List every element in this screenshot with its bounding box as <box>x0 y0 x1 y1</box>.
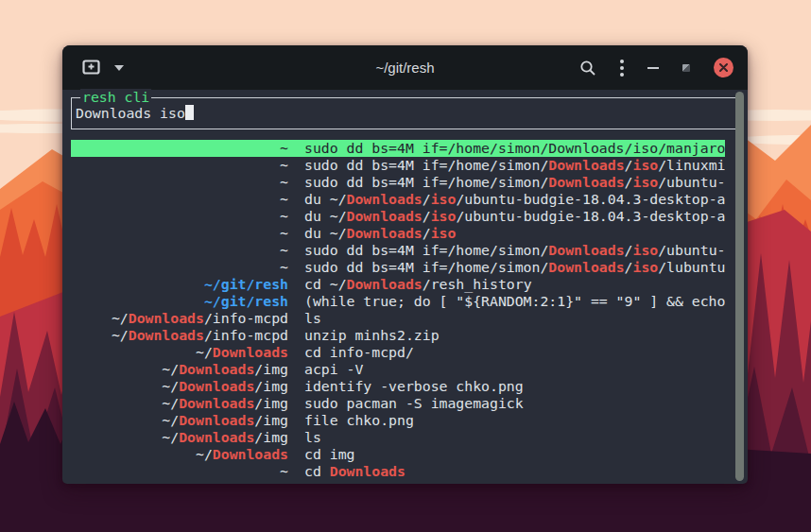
text-segment: unzip minhs2.zip <box>304 327 440 343</box>
text-segment: Downloads <box>347 191 423 207</box>
tab-dropdown-button[interactable] <box>114 65 124 71</box>
history-row[interactable]: ~sudo dd bs=4M if=/home/simon/Downloads/… <box>71 259 725 276</box>
history-row[interactable]: ~/Downloads/imgls <box>71 429 725 446</box>
search-button[interactable] <box>579 60 596 77</box>
history-command: acpi -V <box>304 361 725 378</box>
history-path: ~ <box>71 242 288 259</box>
text-segment: iso <box>632 242 658 258</box>
kebab-menu-icon <box>620 60 624 77</box>
text-segment: / <box>423 208 431 224</box>
history-row[interactable]: ~/Downloadscd info-mcpd/ <box>71 344 725 361</box>
text-segment: /ubuntu- <box>658 242 725 258</box>
text-segment: ~/git/resh <box>204 276 288 292</box>
history-row[interactable]: ~/Downloads/imgfile chko.png <box>71 412 725 429</box>
text-segment: Downloads <box>179 361 254 377</box>
history-command: sudo dd bs=4M if=/home/simon/Downloads/i… <box>304 242 725 259</box>
text-segment: (while true; do [ "${RANDOM:2:1}" == "9"… <box>304 293 725 309</box>
history-row[interactable]: ~/git/resh(while true; do [ "${RANDOM:2:… <box>71 293 725 310</box>
text-segment: Downloads <box>179 412 254 428</box>
new-tab-button[interactable] <box>82 60 100 76</box>
history-command: file chko.png <box>304 412 725 429</box>
text-segment: ~ <box>280 208 288 224</box>
history-row[interactable]: ~/Downloads/imgacpi -V <box>71 361 725 378</box>
text-segment: ~/ <box>112 310 129 326</box>
text-segment: /resh_history <box>423 276 532 292</box>
history-path: ~/Downloads/info-mcpd <box>71 310 288 327</box>
history-command: sudo dd bs=4M if=/home/simon/Downloads/i… <box>304 174 725 191</box>
history-row[interactable]: ~/Downloads/imgidentify -verbose chko.pn… <box>71 378 725 395</box>
text-segment: / <box>423 225 431 241</box>
text-segment: Downloads <box>347 208 423 224</box>
text-segment: / <box>423 191 431 207</box>
history-command: ls <box>304 429 725 446</box>
menu-button[interactable] <box>620 60 624 77</box>
history-path: ~/git/resh <box>71 293 288 310</box>
history-path: ~/Downloads <box>71 344 288 361</box>
text-segment: cd ~/ <box>304 276 347 292</box>
text-segment: /info-mcpd <box>204 327 288 343</box>
history-path: ~/Downloads/img <box>71 412 288 429</box>
history-command: du ~/Downloads/iso/ubuntu-budgie-18.04.3… <box>304 208 725 225</box>
search-query-line[interactable]: Downloads iso <box>72 98 739 122</box>
text-segment: ~ <box>280 225 288 241</box>
text-segment: sudo pacman -S imagemagick <box>304 395 524 411</box>
text-segment: cd info-mcpd/ <box>304 344 414 360</box>
text-segment: iso <box>431 225 457 241</box>
search-query-text: Downloads iso <box>76 105 185 121</box>
history-command: (while true; do [ "${RANDOM:2:1}" == "9"… <box>304 293 725 310</box>
text-segment: ~ <box>280 140 288 156</box>
text-cursor <box>185 105 194 120</box>
text-segment: Downloads <box>129 327 204 343</box>
text-segment: sudo dd bs=4M if=/home/simon/Downloads/i… <box>304 140 725 156</box>
history-row[interactable]: ~du ~/Downloads/iso/ubuntu-budgie-18.04.… <box>71 208 725 225</box>
text-segment: Downloads <box>213 344 288 360</box>
titlebar[interactable]: ~/git/resh <box>62 45 748 90</box>
text-segment: ~/ <box>196 446 213 462</box>
desktop: ~/git/resh <box>0 0 811 532</box>
text-segment: iso <box>632 157 658 173</box>
text-segment: sudo dd bs=4M if=/home/simon/ <box>304 242 548 258</box>
history-command: ls <box>304 310 725 327</box>
text-segment: ~/ <box>162 395 179 411</box>
history-row[interactable]: ~sudo dd bs=4M if=/home/simon/Downloads/… <box>71 242 725 259</box>
history-row[interactable]: ~du ~/Downloads/iso/ubuntu-budgie-18.04.… <box>71 191 725 208</box>
minimize-button[interactable] <box>647 67 659 69</box>
history-path: ~/Downloads/img <box>71 378 288 395</box>
text-segment: ~/ <box>162 429 179 445</box>
history-path: ~ <box>71 140 288 157</box>
text-segment: /img <box>254 412 288 428</box>
scrollbar-thumb[interactable] <box>735 92 744 481</box>
text-segment: ~ <box>280 191 288 207</box>
text-segment: Downloads <box>179 378 254 394</box>
history-list: ~sudo dd bs=4M if=/home/simon/Downloads/… <box>71 140 725 480</box>
history-command: cd ~/Downloads/resh_history <box>304 276 725 293</box>
history-row[interactable]: ~/Downloadscd img <box>71 446 725 463</box>
text-segment: cd img <box>304 446 354 462</box>
text-segment: identify -verbose chko.png <box>304 378 524 394</box>
text-segment: file chko.png <box>304 412 414 428</box>
history-path: ~/Downloads/img <box>71 429 288 446</box>
history-row[interactable]: ~/Downloads/imgsudo pacman -S imagemagic… <box>71 395 725 412</box>
history-row[interactable]: ~/Downloads/info-mcpdls <box>71 310 725 327</box>
resh-search-box[interactable]: resh cli Downloads iso <box>71 97 740 129</box>
history-row[interactable]: ~/Downloads/info-mcpdunzip minhs2.zip <box>71 327 725 344</box>
text-segment: cd <box>304 463 330 479</box>
close-button[interactable] <box>714 58 733 77</box>
text-segment: iso <box>431 191 457 207</box>
text-segment: iso <box>632 174 658 190</box>
history-row[interactable]: ~/git/reshcd ~/Downloads/resh_history <box>71 276 725 293</box>
text-segment: Downloads <box>129 310 204 326</box>
history-row[interactable]: ~sudo dd bs=4M if=/home/simon/Downloads/… <box>71 174 725 191</box>
history-path: ~ <box>71 225 288 242</box>
restore-button[interactable] <box>682 64 690 72</box>
text-segment: ~ <box>280 259 288 275</box>
history-command: identify -verbose chko.png <box>304 378 725 395</box>
history-row[interactable]: ~cd Downloads <box>71 463 725 480</box>
history-row[interactable]: ~du ~/Downloads/iso <box>71 225 725 242</box>
text-segment: ~ <box>280 157 288 173</box>
terminal-content: resh cli Downloads iso ~sudo dd bs=4M if… <box>62 90 748 484</box>
text-segment: Downloads <box>213 446 288 462</box>
text-segment: /ubuntu- <box>658 174 725 190</box>
history-row-selected[interactable]: ~sudo dd bs=4M if=/home/simon/Downloads/… <box>71 140 725 157</box>
history-row[interactable]: ~sudo dd bs=4M if=/home/simon/Downloads/… <box>71 157 725 174</box>
